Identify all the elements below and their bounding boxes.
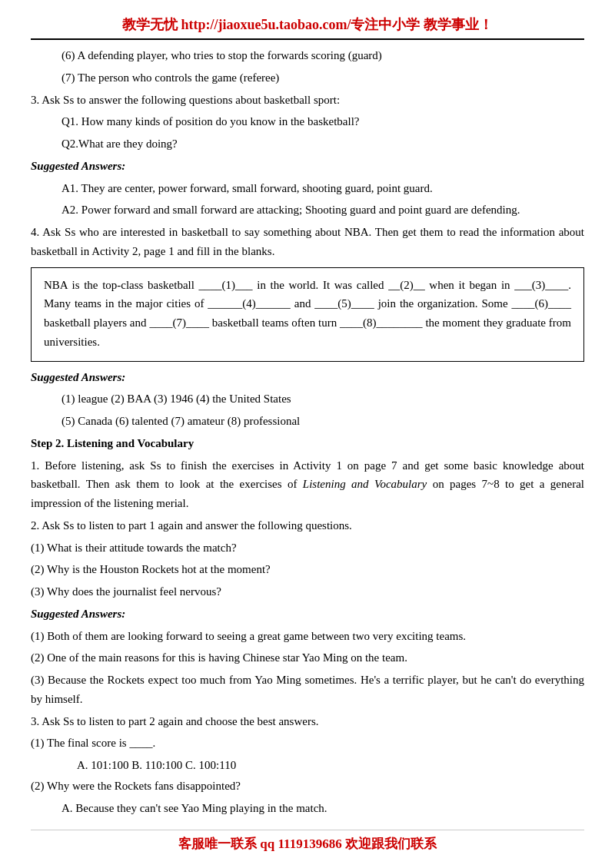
- step2-p3: 3. Ask Ss to listen to part 2 again and …: [31, 712, 584, 731]
- sa3-3: (3) Because the Rockets expect too much …: [31, 671, 584, 709]
- sa3-1: (1) Both of them are looking forward to …: [31, 627, 584, 646]
- suggested-answers-label-3: Suggested Answers:: [31, 605, 584, 624]
- q-attitude: (1) What is their attitude towards the m…: [31, 538, 584, 558]
- footer-banner: 客服唯一联系 qq 1119139686 欢迎跟我们联系: [31, 830, 584, 853]
- list-item-7: (7) The person who controls the game (re…: [62, 68, 584, 88]
- q-disappointed: (2) Why were the Rockets fans disappoint…: [31, 777, 584, 796]
- header-text: 教学无忧 http://jiaoxue5u.taobao.com/专注中小学 教…: [122, 17, 493, 32]
- header-banner: 教学无忧 http://jiaoxue5u.taobao.com/专注中小学 教…: [31, 15, 584, 40]
- score-options: A. 101:100 B. 110:100 C. 100:110: [77, 756, 584, 775]
- footer-text: 客服唯一联系 qq 1119139686 欢迎跟我们联系: [178, 837, 437, 851]
- fill-box: NBA is the top-class basketball ____(1)_…: [31, 267, 584, 362]
- item4: 4. Ask Ss who are interested in basketba…: [31, 223, 584, 261]
- suggested-answers-label-2: Suggested Answers:: [31, 368, 584, 387]
- q-rockets: (2) Why is the Houston Rockets hot at th…: [31, 560, 584, 579]
- step2-p2: 2. Ask Ss to listen to part 1 again and …: [31, 516, 584, 535]
- italic-phrase: Listening and Vocabulary: [303, 478, 427, 490]
- sa-line-1: (1) league (2) BAA (3) 1946 (4) the Unit…: [62, 389, 584, 409]
- content-area: (6) A defending player, who tries to sto…: [31, 46, 584, 817]
- q-score: (1) The final score is ____.: [31, 734, 584, 753]
- q-nervous: (3) Why does the journalist feel nervous…: [31, 582, 584, 601]
- list-item-6: (6) A defending player, who tries to sto…: [62, 46, 584, 65]
- step2-heading: Step 2. Listening and Vocabulary: [31, 434, 584, 453]
- step2-p1: 1. Before listening, ask Ss to finish th…: [31, 456, 584, 513]
- item3: 3. Ask Ss to answer the following questi…: [31, 91, 584, 110]
- suggested-answers-label-1: Suggested Answers:: [31, 157, 584, 176]
- answer-a1: A1. They are center, power forward, smal…: [62, 179, 584, 198]
- sa3-2: (2) One of the main reasons for this is …: [31, 648, 584, 668]
- q2: Q2.What are they doing?: [62, 134, 584, 154]
- disappointed-answer: A. Because they can't see Yao Ming playi…: [62, 799, 584, 818]
- answer-a2: A2. Power forward and small forward are …: [62, 200, 584, 220]
- q1: Q1. How many kinds of position do you kn…: [62, 112, 584, 131]
- sa-line-2: (5) Canada (6) talented (7) amateur (8) …: [62, 412, 584, 431]
